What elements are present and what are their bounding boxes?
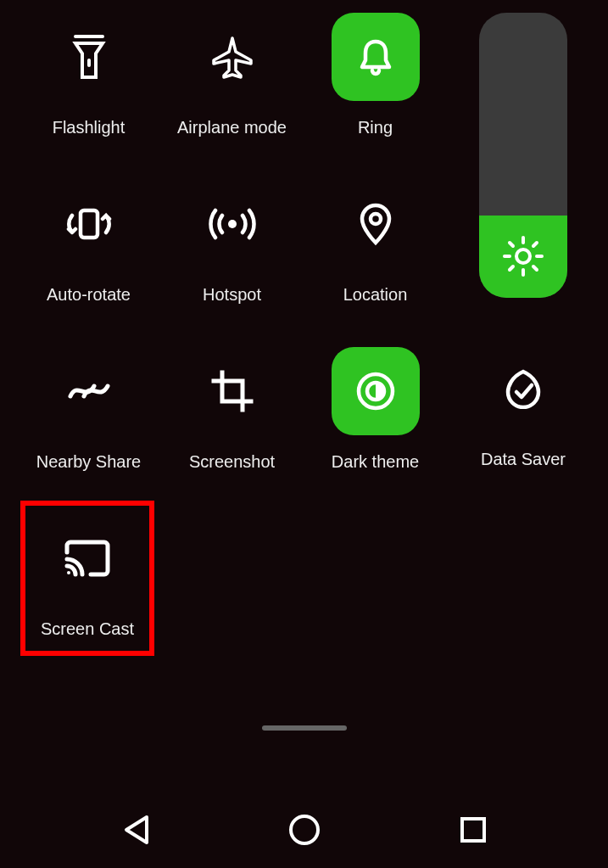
nearby-share-icon bbox=[45, 347, 133, 435]
tile-data-saver[interactable]: Data Saver bbox=[479, 344, 567, 469]
brightness-icon bbox=[499, 232, 547, 280]
data-saver-icon bbox=[479, 344, 567, 433]
tile-label: Data Saver bbox=[481, 450, 566, 469]
tile-airplane-mode[interactable]: Airplane mode bbox=[169, 13, 295, 137]
crop-icon bbox=[188, 347, 276, 435]
svg-line-11 bbox=[510, 243, 513, 246]
brightness-fill bbox=[479, 216, 567, 298]
tile-label: Ring bbox=[358, 118, 393, 137]
tile-label: Dark theme bbox=[332, 452, 419, 472]
tile-location[interactable]: Location bbox=[312, 180, 438, 305]
flashlight-icon bbox=[45, 13, 133, 101]
tiles-grid: Flashlight Airplane mode Ring bbox=[25, 13, 438, 472]
tile-label: Flashlight bbox=[53, 118, 126, 137]
tile-auto-rotate[interactable]: Auto-rotate bbox=[25, 180, 152, 305]
tile-label: Nearby Share bbox=[36, 452, 141, 472]
navigation-bar bbox=[0, 792, 608, 868]
tile-screen-cast[interactable]: Screen Cast bbox=[41, 514, 134, 639]
tile-screenshot[interactable]: Screenshot bbox=[169, 347, 295, 472]
tile-label: Screen Cast bbox=[41, 619, 134, 639]
back-button[interactable] bbox=[110, 804, 161, 855]
recents-button[interactable] bbox=[448, 804, 499, 855]
svg-rect-1 bbox=[81, 210, 98, 238]
quick-settings-panel: Flashlight Airplane mode Ring bbox=[0, 0, 608, 472]
home-button[interactable] bbox=[279, 804, 330, 855]
svg-rect-17 bbox=[462, 819, 484, 841]
tile-dark-theme[interactable]: Dark theme bbox=[312, 347, 438, 472]
hotspot-icon bbox=[188, 180, 276, 268]
tile-label: Auto-rotate bbox=[47, 285, 131, 305]
svg-point-3 bbox=[371, 214, 381, 224]
right-column: Data Saver bbox=[464, 13, 583, 472]
tile-flashlight[interactable]: Flashlight bbox=[25, 13, 152, 137]
cast-icon bbox=[43, 514, 131, 602]
svg-line-12 bbox=[533, 266, 537, 270]
tile-ring[interactable]: Ring bbox=[312, 13, 438, 137]
svg-line-13 bbox=[510, 266, 513, 270]
svg-line-14 bbox=[533, 243, 537, 246]
dark-theme-icon bbox=[332, 347, 420, 435]
svg-point-2 bbox=[228, 220, 237, 228]
airplane-icon bbox=[188, 13, 276, 101]
circle-home-icon bbox=[287, 813, 321, 847]
triangle-back-icon bbox=[121, 814, 150, 846]
svg-point-16 bbox=[291, 816, 318, 843]
tile-label: Airplane mode bbox=[177, 118, 287, 137]
highlight-annotation: Screen Cast bbox=[20, 501, 154, 656]
brightness-slider[interactable] bbox=[479, 13, 567, 298]
bell-icon bbox=[332, 13, 420, 101]
tile-nearby-share[interactable]: Nearby Share bbox=[25, 347, 152, 472]
tile-label: Location bbox=[343, 285, 408, 305]
tile-label: Hotspot bbox=[203, 285, 261, 305]
tile-label: Screenshot bbox=[189, 452, 275, 472]
tile-hotspot[interactable]: Hotspot bbox=[169, 180, 295, 305]
tiles-row-4: Screen Cast bbox=[0, 472, 608, 656]
drag-handle[interactable] bbox=[262, 725, 347, 731]
svg-point-15 bbox=[67, 571, 70, 574]
auto-rotate-icon bbox=[45, 180, 133, 268]
location-icon bbox=[332, 180, 420, 268]
square-recents-icon bbox=[459, 815, 488, 844]
svg-point-6 bbox=[516, 249, 530, 263]
